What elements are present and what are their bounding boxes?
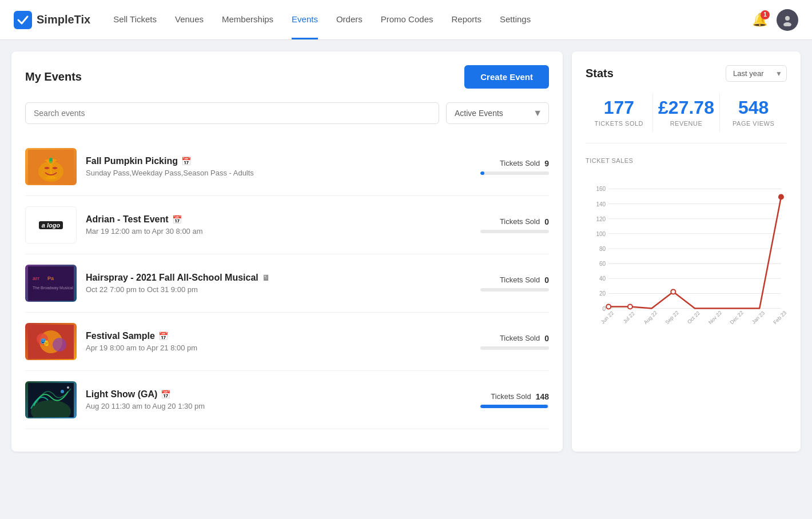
nav-settings[interactable]: Settings: [500, 1, 531, 39]
navbar: SimpleTix Sell Tickets Venues Membership…: [0, 0, 812, 40]
svg-text:120: 120: [596, 216, 606, 222]
screen-icon: 🖥: [262, 273, 270, 282]
revenue-value: £27.78: [653, 98, 720, 118]
svg-text:Dec 22: Dec 22: [729, 310, 745, 325]
period-select-wrap: Last year Last month Last week ▼: [726, 65, 787, 82]
event-name: Fall Pumpkin Picking 📅: [86, 156, 448, 166]
event-name: Adrian - Test Event 📅: [86, 214, 448, 225]
nav-memberships[interactable]: Memberships: [222, 1, 273, 39]
svg-text:Oct 22: Oct 22: [686, 310, 701, 325]
tickets-sold-count: 0: [544, 217, 549, 226]
filter-select[interactable]: Active Events Past Events All Events: [446, 102, 549, 124]
svg-point-21: [61, 390, 64, 393]
event-subtitle: Aug 20 11:30 am to Aug 20 1:30 pm: [86, 402, 448, 410]
nav-promo-codes[interactable]: Promo Codes: [381, 1, 433, 39]
search-input[interactable]: [25, 102, 439, 124]
event-stats: Tickets Sold 0: [457, 217, 549, 233]
tickets-sold-label: TICKETS SOLD: [586, 120, 652, 127]
page-views-label: PAGE VIEWS: [720, 120, 787, 127]
svg-point-2: [783, 22, 791, 26]
event-thumbnail: 🎭: [25, 323, 77, 360]
event-subtitle: Oct 22 7:00 pm to Oct 31 9:00 pm: [86, 285, 448, 294]
table-row[interactable]: arr Pa The Broadway Musical Hairspray - …: [25, 254, 549, 313]
svg-text:🎭: 🎭: [39, 337, 50, 347]
chart-point: [606, 305, 611, 309]
event-name: Festival Sample 📅: [86, 331, 448, 341]
nav-reports[interactable]: Reports: [451, 1, 481, 39]
ticket-sales-chart: 0 20 40 60 80 100 120 140 160: [586, 171, 787, 331]
svg-text:Aug 22: Aug 22: [643, 310, 658, 325]
tickets-sold-label: Tickets Sold: [500, 334, 540, 342]
search-input-wrap: [25, 102, 439, 124]
event-thumbnail: a logo: [25, 206, 77, 243]
nav-sell-tickets[interactable]: Sell Tickets: [113, 1, 157, 39]
notifications-badge: 1: [761, 10, 770, 19]
search-filter-row: Active Events Past Events All Events ▼: [25, 102, 549, 124]
svg-point-22: [67, 386, 69, 389]
nav-events[interactable]: Events: [292, 1, 318, 39]
tickets-label-row: Tickets Sold 0: [500, 334, 549, 343]
panel-header: My Events Create Event: [25, 65, 549, 89]
nav-venues[interactable]: Venues: [175, 1, 204, 39]
svg-text:100: 100: [596, 231, 606, 237]
event-info: Adrian - Test Event 📅 Mar 19 12:00 am to…: [86, 214, 448, 235]
svg-point-8: [38, 161, 63, 182]
tickets-sold-count: 0: [544, 276, 549, 285]
table-row[interactable]: a logo Adrian - Test Event 📅 Mar 19 12:0…: [25, 196, 549, 254]
logo-label: a logo: [39, 221, 63, 229]
tickets-sold-count: 0: [544, 334, 549, 343]
tickets-sold-label: Tickets Sold: [491, 392, 531, 401]
logo[interactable]: SimpleTix: [14, 11, 90, 29]
page-views-value: 548: [720, 98, 787, 118]
chart-title: TICKET SALES: [586, 157, 787, 164]
tickets-sold-label: Tickets Sold: [500, 217, 540, 226]
user-avatar[interactable]: [777, 9, 798, 31]
nav-menu: Sell Tickets Venues Memberships Events O…: [113, 1, 752, 39]
events-panel: My Events Create Event Active Events Pas…: [11, 51, 563, 452]
nav-orders[interactable]: Orders: [336, 1, 363, 39]
event-info: Festival Sample 📅 Apr 19 8:00 am to Apr …: [86, 331, 448, 352]
event-name: Hairspray - 2021 Fall All-School Musical…: [86, 273, 448, 283]
event-name: Light Show (GA) 📅: [86, 389, 448, 400]
calendar-icon: 📅: [158, 332, 168, 341]
calendar-icon: 📅: [181, 157, 191, 166]
chart-point: [779, 195, 783, 199]
svg-text:140: 140: [596, 201, 606, 207]
tickets-label-row: Tickets Sold 0: [500, 217, 549, 226]
logo-icon: [14, 11, 32, 29]
festival-image: 🎭: [28, 325, 74, 359]
stats-header: Stats Last year Last month Last week ▼: [586, 65, 787, 82]
stats-title: Stats: [586, 67, 614, 80]
main-content: My Events Create Event Active Events Pas…: [0, 40, 812, 463]
progress-bar: [480, 405, 549, 408]
event-subtitle: Sunday Pass,Weekday Pass,Season Pass - A…: [86, 169, 448, 177]
revenue-label: REVENUE: [653, 120, 720, 127]
svg-rect-13: [28, 266, 74, 301]
stats-numbers: 177 TICKETS SOLD £27.78 REVENUE 548 PAGE…: [586, 93, 787, 143]
chart-container: 0 20 40 60 80 100 120 140 160: [586, 171, 787, 331]
svg-text:Nov 22: Nov 22: [707, 310, 723, 325]
panel-title: My Events: [25, 70, 82, 83]
period-select[interactable]: Last year Last month Last week: [726, 65, 787, 82]
event-info: Light Show (GA) 📅 Aug 20 11:30 am to Aug…: [86, 389, 448, 410]
pumpkin-image: [28, 150, 74, 184]
svg-text:160: 160: [596, 186, 606, 193]
event-subtitle: Mar 19 12:00 am to Apr 30 8:00 am: [86, 227, 448, 235]
tickets-sold-label: Tickets Sold: [500, 276, 540, 284]
table-row[interactable]: Light Show (GA) 📅 Aug 20 11:30 am to Aug…: [25, 371, 549, 429]
svg-text:Sep 22: Sep 22: [664, 310, 680, 325]
event-stats: Tickets Sold 0: [457, 334, 549, 350]
table-row[interactable]: Fall Pumpkin Picking 📅 Sunday Pass,Weekd…: [25, 138, 549, 196]
tickets-sold-label: Tickets Sold: [500, 159, 540, 167]
table-row[interactable]: 🎭 Festival Sample 📅 Apr 19 8:00 am to Ap…: [25, 313, 549, 371]
svg-text:Feb 23: Feb 23: [772, 310, 787, 325]
svg-text:Jan 23: Jan 23: [751, 310, 766, 325]
notifications-bell[interactable]: 🔔 1: [752, 13, 767, 27]
svg-text:Jul 22: Jul 22: [622, 311, 636, 325]
progress-bar: [480, 230, 549, 233]
progress-fill: [480, 171, 484, 175]
app-name: SimpleTix: [37, 13, 90, 26]
tickets-sold-count: 9: [544, 159, 549, 168]
create-event-button[interactable]: Create Event: [464, 65, 549, 89]
event-stats: Tickets Sold 0: [457, 276, 549, 292]
